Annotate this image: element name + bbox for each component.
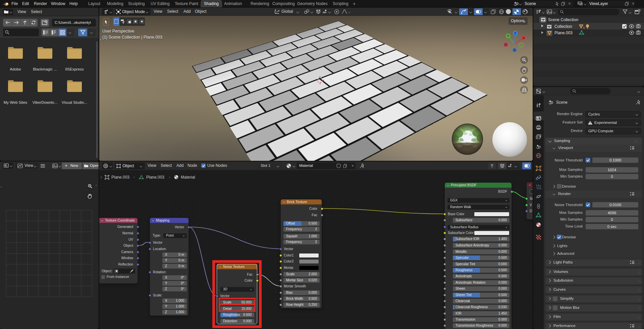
svg-text:Z: Z xyxy=(514,31,516,35)
svg-text:Y: Y xyxy=(507,34,509,38)
svg-text:X: X xyxy=(523,36,525,40)
